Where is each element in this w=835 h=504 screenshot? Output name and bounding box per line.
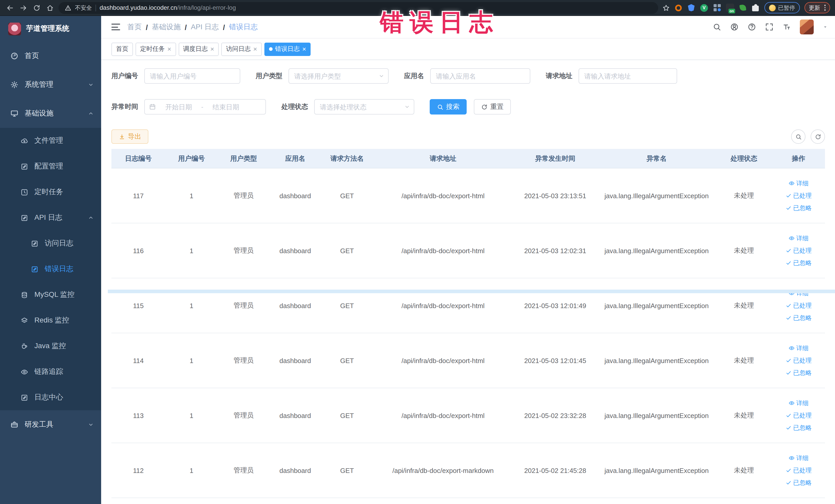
- close-icon[interactable]: ×: [167, 46, 171, 53]
- refresh-table-button[interactable]: [811, 129, 825, 144]
- sidebar-item-dev-tools[interactable]: 研发工具: [0, 410, 101, 439]
- sidebar-item-access-log[interactable]: 访问日志: [0, 230, 101, 256]
- table-row[interactable]: 115 1 管理员 dashboard GET /api/infra/db-do…: [111, 278, 825, 333]
- sidebar-item-home[interactable]: 首页: [0, 42, 101, 70]
- detail-link[interactable]: 详细: [789, 234, 809, 243]
- mark-processed-link[interactable]: 已处理: [786, 356, 812, 365]
- date-range-picker[interactable]: -: [144, 99, 266, 115]
- extensions-puzzle-icon[interactable]: [751, 4, 759, 12]
- reset-button[interactable]: 重置: [474, 99, 511, 115]
- gear-icon: [10, 81, 19, 89]
- edit-icon: [31, 240, 39, 247]
- breadcrumb-item[interactable]: /: [185, 23, 187, 31]
- extension-icon[interactable]: [687, 4, 695, 12]
- security-label[interactable]: 不安全: [75, 4, 92, 12]
- detail-link[interactable]: 详细: [789, 289, 809, 298]
- close-icon[interactable]: ×: [302, 46, 306, 53]
- browser-forward-button[interactable]: [19, 3, 28, 12]
- mark-processed-link[interactable]: 已处理: [786, 246, 812, 255]
- github-icon[interactable]: [730, 23, 739, 31]
- caret-down-icon[interactable]: [822, 24, 828, 30]
- table-row[interactable]: 114 1 管理员 dashboard GET /api/infra/db-do…: [111, 333, 825, 388]
- address-bar[interactable]: 不安全 dashboard.yudao.iocoder.cn/infra/log…: [59, 2, 658, 14]
- close-icon[interactable]: ×: [253, 46, 257, 53]
- detail-link[interactable]: 详细: [789, 454, 809, 462]
- tab[interactable]: 首页 ×: [111, 42, 133, 56]
- tab[interactable]: 错误日志 ×: [264, 42, 311, 56]
- mark-ignored-link[interactable]: 已忽略: [786, 259, 812, 267]
- mark-processed-link[interactable]: 已处理: [786, 191, 812, 200]
- detail-link[interactable]: 详细: [789, 399, 809, 407]
- mark-ignored-link[interactable]: 已忽略: [786, 478, 812, 487]
- tab[interactable]: 调度日志 ×: [178, 42, 219, 56]
- start-date-input[interactable]: [158, 103, 199, 110]
- browser-back-button[interactable]: [5, 3, 14, 12]
- table-row[interactable]: 116 1 管理员 dashboard GET /api/infra/db-do…: [111, 223, 825, 278]
- detail-link[interactable]: 详细: [789, 344, 809, 352]
- export-button[interactable]: 导出: [111, 129, 148, 144]
- sidebar-item-error-log[interactable]: 错误日志: [0, 256, 101, 282]
- browser-home-button[interactable]: [45, 3, 55, 12]
- sidebar-item-system[interactable]: 系统管理: [0, 70, 101, 99]
- breadcrumb-item[interactable]: 首页: [127, 22, 142, 32]
- search-icon[interactable]: [713, 23, 721, 31]
- close-icon[interactable]: ×: [210, 46, 214, 53]
- extension-icon[interactable]: [713, 4, 721, 12]
- sidebar-item-scheduled-job[interactable]: 定时任务: [0, 179, 101, 205]
- detail-link[interactable]: 详细: [789, 179, 809, 188]
- tab[interactable]: 访问日志 ×: [221, 42, 262, 56]
- paused-extension-chip[interactable]: 已暂停: [764, 2, 799, 13]
- extension-icon[interactable]: [674, 4, 683, 12]
- mark-ignored-link[interactable]: 已忽略: [786, 423, 812, 432]
- help-icon[interactable]: [748, 23, 756, 31]
- breadcrumb-item[interactable]: 基础设施: [152, 22, 181, 32]
- sidebar-item-redis-monitor[interactable]: Redis 监控: [0, 308, 101, 333]
- sidebar-logo[interactable]: 芋道管理系统: [0, 16, 101, 42]
- app-name-input[interactable]: [430, 68, 530, 84]
- table-row[interactable]: 112 1 管理员 dashboard GET /api/infra/db-do…: [111, 443, 825, 498]
- breadcrumb-item[interactable]: /: [146, 23, 148, 31]
- extension-icon[interactable]: [738, 4, 747, 12]
- extension-icon[interactable]: V: [700, 4, 708, 12]
- browser-update-button[interactable]: 更新: [804, 2, 830, 13]
- sidebar-item-config-manage[interactable]: 配置管理: [0, 154, 101, 179]
- table-row[interactable]: 117 1 管理员 dashboard GET /api/infra/db-do…: [111, 168, 825, 223]
- search-button[interactable]: 搜索: [430, 99, 467, 115]
- page-url[interactable]: dashboard.yudao.iocoder.cn/infra/log/api…: [100, 4, 236, 11]
- sidebar-item-infra[interactable]: 基础设施: [0, 99, 101, 128]
- user-id-input[interactable]: [144, 68, 240, 84]
- cloud-upload-icon: [21, 137, 28, 144]
- sidebar-item-java-monitor[interactable]: Java 监控: [0, 333, 101, 359]
- browser-menu-icon[interactable]: [824, 5, 826, 11]
- sidebar-item-mysql-monitor[interactable]: MySQL 监控: [0, 282, 101, 308]
- breadcrumb-item[interactable]: API 日志: [191, 22, 219, 32]
- sidebar-item-trace[interactable]: 链路追踪: [0, 359, 101, 385]
- hamburger-icon[interactable]: [111, 24, 120, 30]
- mark-processed-link[interactable]: 已处理: [786, 301, 812, 310]
- browser-reload-button[interactable]: [32, 3, 41, 12]
- tab[interactable]: 定时任务 ×: [136, 42, 176, 56]
- end-date-input[interactable]: [205, 103, 246, 110]
- mark-processed-link[interactable]: 已处理: [786, 466, 812, 475]
- mark-ignored-link[interactable]: 已忽略: [786, 368, 812, 377]
- process-status-select[interactable]: [314, 99, 414, 115]
- sidebar-item-api-log[interactable]: API 日志: [0, 205, 101, 230]
- mark-processed-link[interactable]: 已处理: [786, 411, 812, 420]
- user-avatar[interactable]: [800, 20, 814, 35]
- breadcrumb-item[interactable]: 错误日志: [229, 22, 258, 32]
- edit-icon: [21, 394, 28, 401]
- user-type-select[interactable]: [288, 68, 389, 84]
- extension-icon[interactable]: on: [726, 4, 734, 12]
- sidebar-item-file-manage[interactable]: 文件管理: [0, 128, 101, 154]
- sidebar-item-log-center[interactable]: 日志中心: [0, 385, 101, 410]
- request-url-input[interactable]: [578, 68, 677, 84]
- browser-actions: V on 已暂停 更新: [662, 2, 830, 13]
- font-size-icon[interactable]: [782, 23, 791, 31]
- mark-ignored-link[interactable]: 已忽略: [786, 204, 812, 212]
- breadcrumb-item[interactable]: /: [223, 23, 225, 31]
- mark-ignored-link[interactable]: 已忽略: [786, 314, 812, 322]
- table-row[interactable]: 113 1 管理员 dashboard GET /api/infra/db-do…: [111, 388, 825, 443]
- bookmark-star-icon[interactable]: [662, 4, 670, 12]
- toggle-search-button[interactable]: [791, 129, 806, 144]
- fullscreen-icon[interactable]: [765, 23, 774, 31]
